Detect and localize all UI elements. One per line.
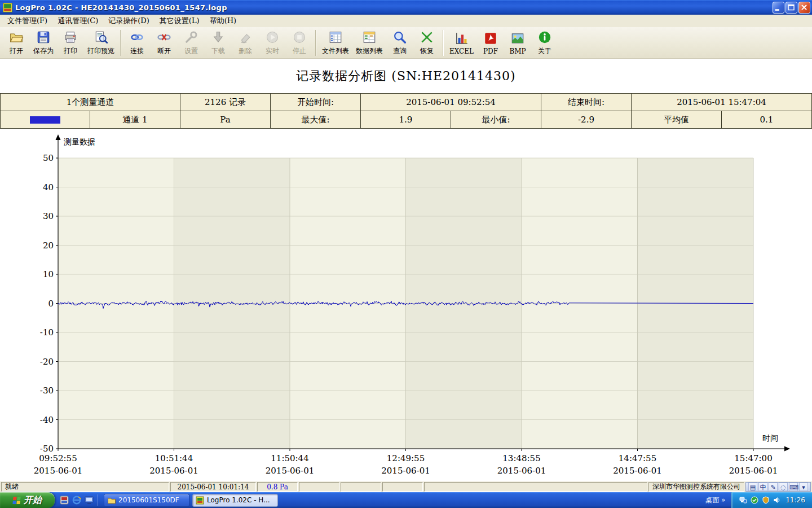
- minimize-button[interactable]: [773, 2, 784, 14]
- task-label: LogPro 1.02C - H...: [207, 496, 270, 504]
- tray-volume-icon[interactable]: [773, 496, 781, 504]
- quicklaunch-app-icon[interactable]: [59, 495, 69, 505]
- start-button[interactable]: 开始: [0, 492, 55, 508]
- stop-icon: [292, 30, 307, 45]
- task-button-2[interactable]: LogPro 1.02C - H...: [192, 494, 278, 507]
- realtime-label: 实时: [266, 46, 279, 56]
- start-time-value: 2015-06-01 09:52:54: [361, 94, 541, 111]
- company-name: 深圳市华图测控系统有限公司: [648, 482, 744, 492]
- tray-network-icon[interactable]: [739, 496, 747, 504]
- channel-unit: Pa: [180, 111, 271, 129]
- delete-button: 删除: [232, 28, 259, 58]
- tray-antivirus-icon[interactable]: [751, 496, 758, 504]
- realtime-icon: [265, 30, 280, 45]
- delete-label: 删除: [239, 46, 252, 56]
- disconnect-icon: [157, 30, 171, 45]
- toolbar-separator: [315, 30, 316, 56]
- lang-menu-icon[interactable]: ▾: [799, 483, 808, 491]
- print-label: 打印: [64, 46, 77, 56]
- connect-label: 连接: [130, 46, 144, 56]
- windows-logo-icon: [12, 497, 20, 504]
- x-tick-date: 2015-06-01: [34, 466, 82, 476]
- min-value: -2.9: [541, 111, 632, 129]
- settings-label: 设置: [184, 46, 198, 56]
- bmp-label: BMP: [509, 47, 526, 55]
- x-tick-time: 15:47:00: [734, 453, 772, 463]
- settings-button: 设置: [178, 28, 205, 58]
- menu-record-operation[interactable]: 记录操作(D): [103, 15, 155, 27]
- page-title: 记录数据分析图 (SN:HE20141430): [296, 68, 515, 85]
- quicklaunch-ie-icon[interactable]: [72, 495, 82, 505]
- lang-toolbar-icon[interactable]: ▤: [748, 483, 757, 491]
- x-tick-time: 10:51:44: [155, 453, 193, 463]
- query-label: 查询: [393, 46, 407, 56]
- pdf-button[interactable]: PDF: [477, 28, 504, 58]
- menu-comm-management[interactable]: 通讯管理(C): [52, 15, 103, 27]
- task-button-1[interactable]: 20150601S150DF: [104, 494, 189, 507]
- lang-ime-option-icon[interactable]: ◌: [779, 483, 788, 491]
- end-time-label: 结束时间:: [541, 94, 632, 111]
- y-axis-title: 测量数据: [64, 137, 95, 146]
- x-axis-arrow: [784, 446, 790, 452]
- y-tick-label: -10: [40, 327, 54, 338]
- max-label: 最大值:: [271, 111, 361, 129]
- print-preview-icon: [94, 30, 108, 45]
- restore-button[interactable]: [785, 2, 797, 14]
- summary-row: 通道 1Pa最大值:1.9最小值:-2.9平均值0.1: [0, 111, 812, 129]
- delete-icon: [238, 30, 253, 45]
- y-tick-label: 30: [43, 211, 54, 221]
- app-icon: [3, 3, 12, 12]
- settings-icon: [184, 30, 198, 45]
- logpro-icon: [196, 496, 204, 505]
- status-segment: [299, 482, 339, 492]
- disconnect-button[interactable]: 断开: [151, 28, 178, 58]
- about-icon: [537, 30, 552, 45]
- pdf-icon: [483, 31, 498, 46]
- status-bar: 就绪2015-06-01 10:01:140.8 Pa深圳市华图测控系统有限公司…: [0, 481, 812, 492]
- x-tick-date: 2015-06-01: [613, 466, 661, 476]
- status-segment: [341, 482, 381, 492]
- open-button[interactable]: 打开: [3, 28, 30, 58]
- lang-pen-icon[interactable]: ✎: [769, 483, 778, 491]
- open-label: 打开: [10, 46, 23, 56]
- data-list-label: 数据列表: [356, 46, 383, 56]
- lang-chinese-icon[interactable]: 中: [758, 483, 767, 491]
- save-as-button[interactable]: 保存为: [30, 28, 57, 58]
- download-label: 下载: [211, 46, 225, 56]
- doc-title-area: 记录数据分析图 (SN:HE20141430): [0, 59, 812, 93]
- tray-safety-icon[interactable]: [762, 496, 770, 504]
- data-list-button[interactable]: 数据列表: [352, 28, 386, 58]
- menu-other-settings[interactable]: 其它设置(L): [155, 15, 205, 27]
- lang-keyboard-icon[interactable]: ⌨: [789, 483, 798, 491]
- quicklaunch-show-desktop-icon[interactable]: [84, 495, 94, 505]
- bmp-button[interactable]: BMP: [504, 28, 531, 58]
- task-buttons: 20150601S150DFLogPro 1.02C - H...: [104, 494, 278, 507]
- chart-region: -50-40-30-20-100102030405009:52:552015-0…: [0, 129, 812, 481]
- menu-file-management[interactable]: 文件管理(F): [2, 15, 52, 27]
- desktop-toolbar[interactable]: 桌面 »: [700, 496, 731, 505]
- excel-label: EXCEL: [449, 47, 474, 55]
- summary-row: 1个测量通道2126 记录开始时间:2015-06-01 09:52:54结束时…: [0, 94, 812, 111]
- menu-bar: 文件管理(F)通讯管理(C)记录操作(D)其它设置(L)帮助(H): [0, 15, 812, 27]
- restore-icon: [420, 30, 434, 45]
- toolbar: 打开保存为打印打印预览连接断开设置下载删除实时停止文件列表数据列表查询恢复EXC…: [0, 27, 812, 59]
- print-button[interactable]: 打印: [57, 28, 84, 58]
- x-axis-title: 时间: [762, 433, 778, 443]
- x-tick-time: 12:49:55: [387, 453, 425, 463]
- about-button[interactable]: 关于: [531, 28, 558, 58]
- menu-help[interactable]: 帮助(H): [205, 15, 241, 27]
- connect-icon: [130, 30, 144, 45]
- file-list-button[interactable]: 文件列表: [319, 28, 352, 58]
- query-button[interactable]: 查询: [386, 28, 413, 58]
- excel-button[interactable]: EXCEL: [446, 28, 477, 58]
- restore-button[interactable]: 恢复: [413, 28, 440, 58]
- title-bar: LogPro 1.02C - HE20141430_20150601_1547.…: [0, 0, 812, 15]
- x-tick-time: 14:47:55: [619, 453, 656, 463]
- desktop-label: 桌面: [705, 496, 719, 504]
- print-preview-button[interactable]: 打印预览: [84, 28, 118, 58]
- y-tick-label: 40: [43, 182, 54, 192]
- x-tick-time: 11:50:44: [271, 453, 308, 463]
- file-list-icon: [328, 30, 343, 45]
- close-button[interactable]: [798, 2, 810, 14]
- connect-button[interactable]: 连接: [123, 28, 151, 58]
